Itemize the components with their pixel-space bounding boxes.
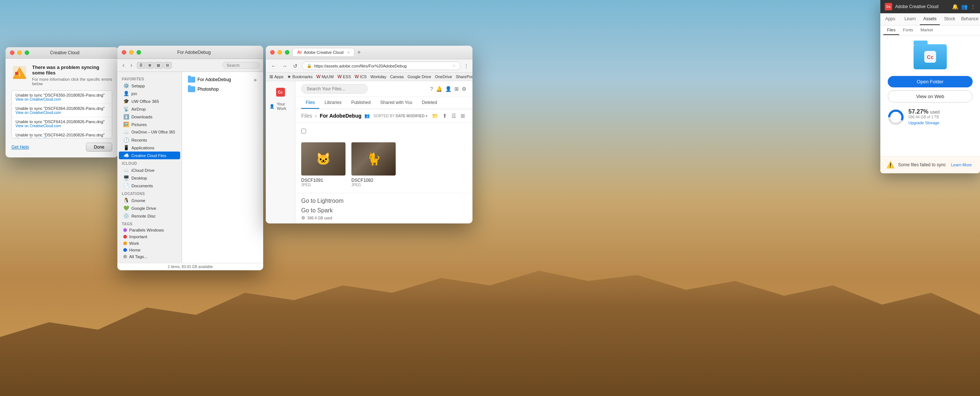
bookmark-star-icon[interactable]: ☆ [452, 63, 456, 68]
sidebar-item-documents[interactable]: 📄 Documents [119, 182, 180, 190]
bookmark-ics[interactable]: W ICS [355, 74, 367, 79]
grid-view-button[interactable]: ⊞ [146, 62, 154, 68]
cc-list-view-btn[interactable]: ☰ [450, 112, 458, 119]
finder-forward-button[interactable]: › [129, 61, 134, 69]
sidebar-item-airdrop[interactable]: 📡 AirDrop [119, 105, 180, 113]
cc-tab-stock[interactable]: Stock [940, 13, 960, 25]
sidebar-item-gnome[interactable]: 🐧 Gnome [119, 196, 180, 204]
bookmark-sharepoint[interactable]: SharePoint [456, 74, 473, 79]
cc-panel-user-icon[interactable]: 👥 [961, 4, 967, 10]
browser-minimize-button[interactable] [278, 50, 282, 55]
bookmark-bookmarks[interactable]: ★ Bookmarks [287, 74, 313, 79]
cc-nav-libraries[interactable]: Libraries [320, 97, 346, 109]
browser-close-button[interactable] [270, 50, 275, 55]
new-tab-button[interactable]: + [356, 49, 362, 56]
browser-menu-icon[interactable]: ⋮ [464, 63, 469, 69]
sidebar-item-tag-important[interactable]: Important [119, 233, 180, 240]
sidebar-item-tag-all[interactable]: All Tags... [119, 253, 180, 260]
cc-help-icon[interactable]: ? [430, 86, 433, 92]
cc-new-folder-btn[interactable]: 📁 [430, 112, 440, 119]
cc-panel-bell-icon[interactable]: 🔔 [952, 4, 958, 10]
cc-nav-published[interactable]: Published [347, 97, 375, 109]
cc-subtab-files[interactable]: Files [883, 25, 899, 35]
view-cc-link[interactable]: View on CreativeCloud.com [16, 111, 108, 115]
sidebar-item-tag-home[interactable]: Home [119, 247, 180, 253]
cc-tab-apps[interactable]: Apps [880, 13, 900, 25]
file-item-for-adobedebug[interactable]: For AdobeDebug ▶ [186, 76, 259, 84]
cc-nav-deleted[interactable]: Deleted [417, 97, 441, 109]
column-view-button[interactable]: ▤ [155, 62, 163, 68]
settings-icon[interactable]: ⚙ [301, 215, 305, 220]
sidebar-item-uw-office[interactable]: 🎓 UW Office 365 [119, 97, 180, 105]
view-cc-link[interactable]: View on CreativeCloud.com [16, 97, 108, 101]
upgrade-storage-link[interactable]: Upgrade Storage [908, 120, 939, 125]
sidebar-item-cc-files[interactable]: ☁️ Creative Cloud Files [119, 152, 180, 159]
cc-nav-your-work[interactable]: 👤 Your Work [266, 100, 295, 113]
list-view-button[interactable]: ☰ [137, 62, 145, 68]
browser-maximize-button[interactable] [285, 50, 290, 55]
sidebar-item-onedrive[interactable]: ☁️ OneDrive – UW Office 365 [119, 128, 180, 136]
documents-icon: 📄 [123, 183, 129, 188]
sidebar-item-jon[interactable]: 👤 jon [119, 90, 180, 97]
sidebar-item-remote-disc[interactable]: 💿 Remote Disc [119, 212, 180, 220]
close-button[interactable] [10, 51, 14, 55]
sidebar-item-tag-parallels[interactable]: Parallels Windows [119, 227, 180, 233]
view-on-web-button[interactable]: View on Web [888, 90, 973, 103]
bookmark-apps[interactable]: ⊞ Apps [269, 74, 283, 79]
cc-search-input[interactable] [301, 84, 368, 93]
cc-nav-shared[interactable]: Shared with You [376, 97, 417, 109]
cc-avatar[interactable]: 👤 [445, 86, 452, 92]
sidebar-item-pictures[interactable]: 🖼️ Pictures [119, 120, 180, 128]
cc-file-card-dscf1091[interactable]: 🐱 DSCF1091 JPEG [301, 142, 345, 187]
bookmark-canvas[interactable]: Canvas [390, 74, 404, 79]
go-to-lightroom-link[interactable]: Go to Lightroom [301, 196, 466, 206]
sidebar-item-applications[interactable]: 📱 Applications [119, 144, 180, 152]
cc-settings-icon[interactable]: ⚙ [462, 86, 466, 92]
bookmark-ess[interactable]: W ESS [337, 74, 351, 79]
get-help-button[interactable]: Get Help [11, 144, 29, 150]
tab-close-icon[interactable]: × [347, 50, 350, 55]
finder-back-button[interactable]: ‹ [121, 61, 126, 69]
view-cc-link[interactable]: View on CreativeCloud.com [16, 124, 108, 128]
file-item-photoshop[interactable]: Photoshop [186, 85, 259, 93]
cc-panel-menu-icon[interactable]: ⋮ [970, 4, 975, 10]
sidebar-item-tag-work[interactable]: Work [119, 240, 180, 247]
cc-grid-view-btn[interactable]: ⊞ [459, 112, 466, 119]
url-bar[interactable]: 🔒 https://assets.adobe.com/files/For%20A… [302, 62, 461, 70]
cc-folder-share-icon[interactable]: 👥 [364, 113, 370, 118]
cc-tab-assets[interactable]: Assets [920, 13, 940, 25]
gallery-view-button[interactable]: ⊟ [164, 62, 172, 68]
open-folder-button[interactable]: Open Folder [888, 76, 973, 87]
bookmark-workday[interactable]: Workday [370, 74, 386, 79]
bookmark-onedrive[interactable]: OneDrive [435, 74, 452, 79]
finder-search-input[interactable] [223, 62, 259, 68]
sidebar-item-setapp[interactable]: ⚙️ Setapp [119, 82, 180, 90]
cc-breadcrumb-files[interactable]: Files [301, 113, 312, 119]
cc-nav-files[interactable]: Files [301, 97, 319, 109]
cc-subtab-market[interactable]: Market [917, 25, 937, 35]
select-all-checkbox[interactable] [301, 129, 306, 133]
browser-back-button[interactable]: ← [269, 62, 278, 70]
finder-close-button[interactable] [122, 50, 126, 55]
sidebar-item-desktop[interactable]: 🖥️ Desktop [119, 174, 180, 182]
cc-tab-learn[interactable]: Learn [900, 13, 920, 25]
cc-subtab-fonts[interactable]: Fonts [899, 25, 917, 35]
sidebar-item-downloads[interactable]: ⬇️ Downloads [119, 113, 180, 120]
done-button[interactable]: Done [86, 143, 112, 152]
view-cc-link[interactable]: View on CreativeCloud.com [16, 137, 108, 138]
browser-forward-button[interactable]: → [280, 62, 289, 70]
sidebar-item-recents[interactable]: 🕐 Recents [119, 136, 180, 144]
bookmark-google-drive[interactable]: Google Drive [407, 74, 431, 79]
bookmark-myuw[interactable]: W MyUW [316, 74, 334, 79]
cc-upload-btn[interactable]: ⬆ [441, 112, 449, 119]
cc-file-card-dscf1082[interactable]: 🐈 DSCF1082 JPEG [352, 142, 396, 187]
cc-grid-icon[interactable]: ⊞ [454, 86, 459, 92]
browser-tab-cc[interactable]: Ai Adobe Creative Cloud × [292, 48, 354, 57]
sidebar-item-icloud-drive[interactable]: ☁️ iCloud Drive [119, 166, 180, 174]
cc-tab-behance[interactable]: Behance [960, 13, 980, 25]
browser-reload-button[interactable]: ↺ [291, 62, 299, 70]
sidebar-item-google-drive[interactable]: 💚 Google Drive [119, 204, 180, 212]
go-to-spark-link[interactable]: Go to Spark [301, 206, 466, 215]
cc-bell-icon[interactable]: 🔔 [436, 86, 442, 92]
learn-more-link[interactable]: Learn More [951, 163, 972, 167]
